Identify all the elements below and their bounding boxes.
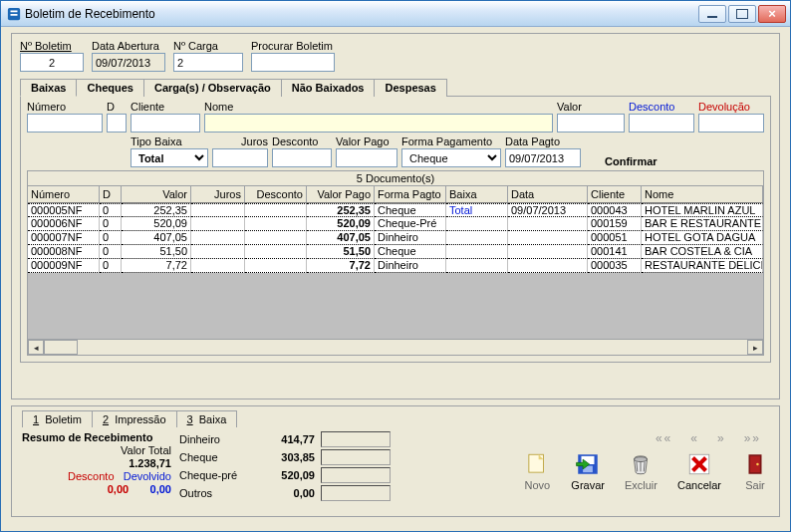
- table-row[interactable]: 000005NF0252,35252,35ChequeTotal09/07/20…: [28, 203, 763, 217]
- cheque-field[interactable]: [321, 449, 391, 465]
- valor-pago-label: Valor Pago: [336, 135, 397, 147]
- svg-point-8: [635, 457, 648, 462]
- outros-field[interactable]: [321, 485, 391, 501]
- data-pgto-input[interactable]: [505, 148, 581, 167]
- col-juros[interactable]: Juros: [191, 186, 245, 202]
- bottom-tab-impressao[interactable]: 2 Impressão: [92, 410, 177, 427]
- cell: Total: [446, 203, 508, 217]
- cell: 000035: [588, 259, 642, 273]
- cheque-pre-field[interactable]: [321, 467, 391, 483]
- d-input[interactable]: [107, 114, 127, 133]
- cliente-input[interactable]: [131, 114, 200, 133]
- devolucao-input[interactable]: [698, 114, 764, 133]
- n-boletim-input[interactable]: [20, 53, 84, 72]
- devolvido-label: Devolvido: [124, 470, 171, 482]
- cell: 09/07/2013: [508, 203, 588, 217]
- title-bar: Boletim de Recebimento ×: [1, 1, 790, 27]
- gravar-button[interactable]: Gravar: [571, 451, 605, 491]
- col-nome[interactable]: Nome: [642, 186, 763, 202]
- dinheiro-field[interactable]: [321, 431, 391, 447]
- scroll-right-button[interactable]: ▸: [747, 340, 763, 355]
- cheque-value: 303,85: [255, 451, 315, 463]
- tab-cargas[interactable]: Carga(s) / Observação: [143, 79, 282, 97]
- procurar-label: Procurar Boletim: [251, 40, 335, 52]
- n-boletim-label[interactable]: Nº Boletim: [20, 40, 84, 52]
- col-valor[interactable]: Valor: [122, 186, 191, 202]
- desconto-label2: Desconto: [68, 470, 114, 482]
- dinheiro-value: 414,77: [255, 433, 315, 445]
- juros-label: Juros: [212, 135, 268, 147]
- col-valor-pago[interactable]: Valor Pago: [307, 186, 375, 202]
- cell: 000007NF: [28, 231, 100, 245]
- nav-prev[interactable]: «: [690, 431, 699, 445]
- tab-cheques[interactable]: Cheques: [76, 79, 143, 97]
- numero-input[interactable]: [27, 114, 103, 133]
- table-row[interactable]: 000006NF0520,09520,09Cheque-Pré000159BAR…: [28, 217, 763, 231]
- cell: 000141: [588, 245, 642, 259]
- tipo-baixa-select[interactable]: Total: [131, 148, 208, 167]
- cheque-pre-value: 520,09: [255, 469, 315, 481]
- nav-next[interactable]: »: [717, 431, 726, 445]
- cell: 407,05: [122, 231, 191, 245]
- nome-label: Nome: [204, 101, 553, 113]
- cell: 7,72: [307, 259, 375, 273]
- excluir-button[interactable]: Excluir: [625, 451, 658, 491]
- col-d[interactable]: D: [100, 186, 122, 202]
- nav-last[interactable]: »»: [744, 431, 761, 445]
- grid-body[interactable]: 000005NF0252,35252,35ChequeTotal09/07/20…: [28, 203, 763, 339]
- col-numero[interactable]: Número: [28, 186, 100, 202]
- cell: HOTEL GOTA DAGUA: [642, 231, 763, 245]
- col-forma[interactable]: Forma Pagto: [375, 186, 446, 202]
- desconto-input[interactable]: [629, 114, 694, 133]
- tab-baixas[interactable]: Baixas: [20, 79, 77, 97]
- nome-input[interactable]: [204, 114, 553, 133]
- valor-input[interactable]: [557, 114, 625, 133]
- table-row[interactable]: 000009NF07,727,72Dinheiro000035RESTAURAN…: [28, 259, 763, 273]
- cell: 0: [100, 259, 122, 273]
- summary-mid: Dinheiro414,77 Cheque303,85 Cheque-pré52…: [179, 431, 391, 501]
- cell: [508, 217, 588, 231]
- novo-button[interactable]: Novo: [523, 451, 551, 491]
- tab-despesas[interactable]: Despesas: [374, 79, 446, 97]
- procurar-input[interactable]: [251, 53, 335, 72]
- col-cliente[interactable]: Cliente: [588, 186, 642, 202]
- table-row[interactable]: 000007NF0407,05407,05Dinheiro000051HOTEL…: [28, 231, 763, 245]
- cell: Cheque: [375, 203, 446, 217]
- forma-pgto-select[interactable]: Cheque: [401, 148, 501, 167]
- svg-point-17: [756, 463, 758, 465]
- n-carga-label: Nº Carga: [173, 40, 243, 52]
- valor-total-value: 1.238,71: [22, 457, 171, 470]
- devolucao-label: Devolução: [698, 101, 764, 113]
- outros-value: 0,00: [255, 487, 315, 499]
- juros-input[interactable]: [212, 148, 268, 167]
- col-desconto[interactable]: Desconto: [245, 186, 307, 202]
- content-area: Nº Boletim Data Abertura Nº Carga Procur…: [1, 27, 790, 527]
- grid-header: Número D Valor Juros Desconto Valor Pago…: [28, 186, 763, 203]
- col-data[interactable]: Data: [508, 186, 588, 202]
- document-grid: 5 Documento(s) Número D Valor Juros Desc…: [27, 170, 764, 356]
- scroll-left-button[interactable]: ◂: [28, 340, 44, 355]
- new-icon: [523, 451, 551, 477]
- cancelar-button[interactable]: Cancelar: [677, 451, 721, 491]
- sair-button[interactable]: Sair: [741, 451, 769, 491]
- tab-nao-baixados[interactable]: Não Baixados: [281, 79, 376, 97]
- scroll-thumb[interactable]: [44, 340, 78, 355]
- filter-row-2: Tipo Baixa Total Juros Desconto Valor Pa…: [27, 135, 764, 167]
- confirmar-button[interactable]: Confirmar: [605, 155, 658, 167]
- bottom-tab-baixa[interactable]: 3 Baixa: [176, 410, 238, 427]
- maximize-button[interactable]: [728, 5, 756, 23]
- cancel-icon: [685, 451, 713, 477]
- tab-body: Número D Cliente Nome Valor Desconto Dev…: [20, 96, 771, 363]
- table-row[interactable]: 000008NF051,5051,50Cheque000141BAR COSTE…: [28, 245, 763, 259]
- summary-left: Resumo de Recebimento Valor Total 1.238,…: [22, 431, 171, 501]
- desconto2-input[interactable]: [272, 148, 332, 167]
- valor-pago-input[interactable]: [336, 148, 397, 167]
- desconto-label: Desconto: [629, 101, 694, 113]
- close-button[interactable]: ×: [758, 5, 786, 23]
- minimize-button[interactable]: [698, 5, 726, 23]
- col-baixa[interactable]: Baixa: [446, 186, 508, 202]
- bottom-tab-boletim[interactable]: 1 Boletim: [22, 410, 93, 427]
- grid-hscroll[interactable]: ◂ ▸: [28, 339, 763, 355]
- n-carga-input[interactable]: [173, 53, 243, 72]
- nav-first[interactable]: ««: [656, 431, 672, 445]
